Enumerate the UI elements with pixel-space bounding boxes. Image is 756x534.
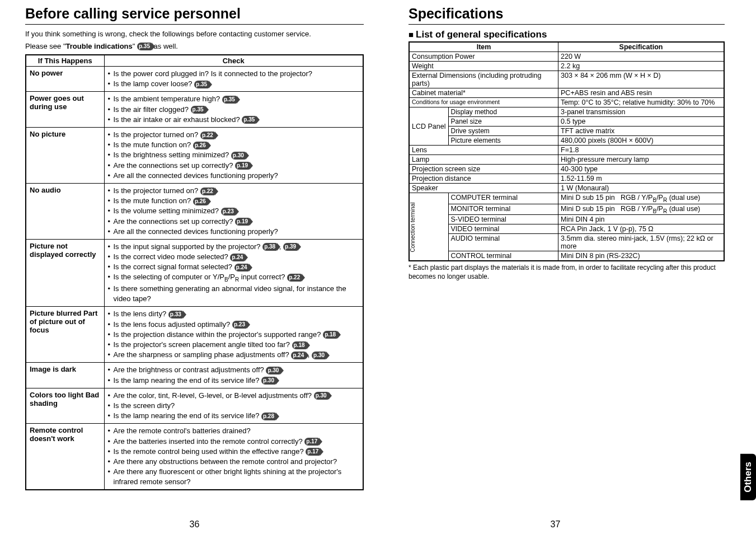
page-ref-icon[interactable]: p.24 (230, 254, 245, 261)
table-row: Drive systemTFT active matrix (409, 127, 724, 136)
item-cell: Cabinet material* (409, 88, 558, 98)
page-ref-icon[interactable]: p.19 (235, 162, 250, 170)
if-cell: Image is dark (26, 363, 104, 388)
table-row: No pictureIs the projector turned on? p.… (26, 128, 363, 184)
intro-line-1: If you think something is wrong, check t… (25, 29, 364, 39)
page-ref-icon[interactable]: p.18 (323, 331, 337, 339)
item-cell: Projection screen size (409, 165, 558, 174)
page-ref-icon[interactable]: p.22 (200, 132, 215, 139)
if-cell: No picture (26, 128, 104, 184)
page-ref-icon[interactable]: p.24 (234, 264, 249, 271)
spec-cell: 0.5 type (558, 117, 724, 127)
spec-cell: RCA Pin Jack, 1 V (p-p), 75 Ω (558, 224, 724, 234)
item-sub-cell: CONTROL terminal (448, 251, 558, 261)
spec-cell: 2.2 kg (558, 62, 724, 71)
list-item: Is the air intake or air exhaust blocked… (108, 115, 360, 125)
table-row: No powerIs the power cord plugged in? Is… (26, 67, 363, 92)
page-ref-icon[interactable]: p.30 (231, 152, 246, 160)
list-item: Are the connections set up correctly? p.… (108, 217, 360, 227)
page-ref-icon[interactable]: p.26 (193, 142, 208, 149)
intro-line-2: Please see "Trouble indications" p.35 as… (25, 41, 364, 51)
list-item: Is the lens focus adjusted optimally? p.… (108, 320, 360, 330)
item-cell: Projection distance (409, 174, 558, 184)
page-ref-icon[interactable]: p.30 (266, 367, 280, 374)
spec-cell: Mini DIN 8 pin (RS-232C) (558, 251, 724, 261)
list-item: Is the volume setting minimized? p.23 (108, 206, 360, 216)
page-ref-icon[interactable]: p.35 (242, 116, 256, 124)
page-number-left: 36 (25, 519, 364, 530)
page-ref-icon[interactable]: p.38 (262, 243, 277, 251)
page-ref-icon[interactable]: p.35 (194, 81, 209, 88)
table-row: LampHigh-pressure mercury lamp (409, 155, 724, 165)
check-cell: Is the input signal supported by the pro… (104, 239, 363, 307)
page-title-right: Specifications (408, 6, 725, 25)
check-cell: Is the ambient temperature high? p.35Is … (104, 92, 363, 128)
list-item: Is the projector's screen placement angl… (108, 340, 360, 350)
spec-cell: 3.5mm dia. stereo mini-jack, 1.5V (rms);… (558, 234, 724, 251)
item-sub-cell: COMPUTER terminal (448, 193, 558, 204)
list-item: Is the lamp nearing the end of its servi… (108, 411, 360, 421)
page-ref-icon[interactable]: p.35 (137, 43, 152, 50)
intro-text-3: as well. (152, 42, 178, 50)
page-ref-icon[interactable]: p.39 (283, 243, 298, 251)
list-item: Is the power cord plugged in? Is it conn… (108, 69, 360, 79)
check-cell: Is the projector turned on? p.22Is the m… (104, 128, 363, 184)
item-cell: Speaker (409, 184, 558, 193)
page-ref-icon[interactable]: p.30 (312, 352, 326, 359)
list-item: Are the brightness or contrast adjustmen… (108, 365, 360, 375)
page-ref-icon[interactable]: p.17 (306, 448, 320, 456)
page-ref-icon[interactable]: p.35 (191, 106, 205, 114)
page-ref-icon[interactable]: p.30 (261, 377, 276, 385)
spec-cell: 303 × 84 × 206 mm (W × H × D) (558, 71, 724, 88)
table-row: Connection terminalCOMPUTER terminalMini… (409, 193, 724, 204)
list-item: Is the mute function on? p.26 (108, 196, 360, 206)
page-ref-icon[interactable]: p.23 (221, 208, 236, 216)
item-sub-cell: Panel size (448, 117, 558, 127)
table-row: No audioIs the projector turned on? p.22… (26, 183, 363, 239)
table-row: Cabinet material*PC+ABS resin and ABS re… (409, 88, 724, 98)
list-item: Is the correct signal format selected? p… (108, 262, 360, 272)
list-item: Is there something generating an abnorma… (108, 284, 360, 304)
page-ref-icon[interactable]: p.18 (292, 341, 307, 349)
list-item: Is the input signal supported by the pro… (108, 242, 360, 252)
page-ref-icon[interactable]: p.26 (193, 198, 208, 205)
page-ref-icon[interactable]: p.35 (222, 96, 237, 104)
col-header-check: Check (104, 55, 363, 67)
table-row: VIDEO terminalRCA Pin Jack, 1 V (p-p), 7… (409, 224, 724, 234)
list-item: Are the color, tint, R-level, G-level, o… (108, 391, 360, 401)
list-item: Is the projector turned on? p.22 (108, 186, 360, 196)
page-ref-icon[interactable]: p.17 (304, 438, 319, 446)
check-cell: Are the brightness or contrast adjustmen… (104, 363, 363, 388)
footnote-text: * Each plastic part displays the materia… (408, 264, 725, 281)
page-right: Specifications ■List of general specific… (408, 6, 725, 490)
intro-text: Please see " (25, 42, 66, 50)
page-ref-icon[interactable]: p.28 (261, 413, 276, 420)
spec-cell: Mini D sub 15 pin RGB / Y/PB/PR (dual us… (558, 204, 724, 215)
page-ref-icon[interactable]: p.22 (287, 274, 302, 282)
table-row: S-VIDEO terminalMini DIN 4 pin (409, 215, 724, 224)
connection-terminal-group-cell: Connection terminal (409, 193, 448, 261)
list-item: Is the correct video mode selected? p.24 (108, 252, 360, 262)
lcd-panel-group-cell: LCD Panel (409, 107, 448, 146)
item-sub-cell: Display method (448, 107, 558, 117)
page-ref-icon[interactable]: p.30 (314, 392, 328, 400)
item-sub-cell: Drive system (448, 127, 558, 136)
side-tab-others[interactable]: Others (740, 454, 756, 500)
if-cell: Remote control doesn't work (26, 424, 104, 490)
page-ref-icon[interactable]: p.23 (232, 321, 247, 329)
page-ref-icon[interactable]: p.33 (168, 311, 183, 318)
list-item: Are all the connected devices functionin… (108, 227, 360, 237)
table-row: Colors too light Bad shadingAre the colo… (26, 388, 363, 424)
spec-cell: F=1.8 (558, 146, 724, 155)
page-ref-icon[interactable]: p.19 (235, 218, 250, 226)
table-row: Panel size0.5 type (409, 117, 724, 127)
page-spread: Before calling service personnel If you … (0, 0, 756, 490)
page-left: Before calling service personnel If you … (25, 6, 364, 490)
spec-cell: 3-panel transmission (558, 107, 724, 117)
page-ref-icon[interactable]: p.22 (200, 188, 215, 195)
page-ref-icon[interactable]: p.24 (291, 352, 306, 359)
table-row: External Dimensions (including protrudin… (409, 71, 724, 88)
item-cell: Weight (409, 62, 558, 71)
if-cell: No audio (26, 183, 104, 239)
list-item: Is the lamp cover loose? p.35 (108, 79, 360, 89)
